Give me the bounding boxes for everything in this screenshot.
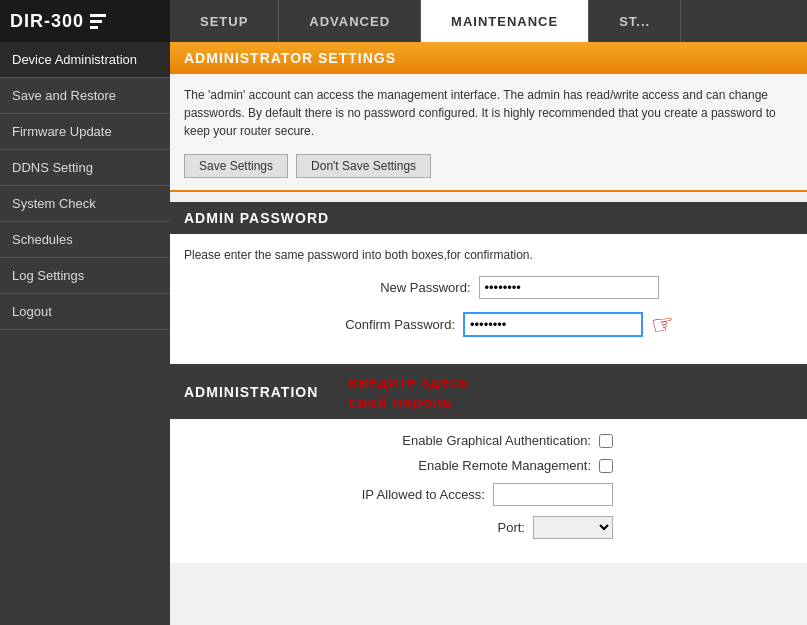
- ip-allowed-label: IP Allowed to Access:: [362, 487, 493, 502]
- new-password-row: New Password:: [184, 276, 793, 299]
- admin-password-desc: Please enter the same password into both…: [184, 248, 793, 262]
- remote-mgmt-row: Enable Remote Management:: [184, 458, 793, 473]
- sidebar-item-system-check[interactable]: System Check: [0, 186, 170, 222]
- admin-settings-desc: The 'admin' account can access the manag…: [184, 86, 793, 140]
- overlay-text: введите здесь свой пароль: [348, 372, 469, 411]
- tab-setup[interactable]: SETUP: [170, 0, 279, 42]
- sidebar-item-log-settings[interactable]: Log Settings: [0, 258, 170, 294]
- port-label: Port:: [498, 520, 533, 535]
- tab-status[interactable]: ST...: [589, 0, 681, 42]
- confirm-password-label: Confirm Password:: [303, 317, 463, 332]
- save-settings-button[interactable]: Save Settings: [184, 154, 288, 178]
- main-layout: Device Administration Save and Restore F…: [0, 42, 807, 625]
- cursor-hand-icon: ☞: [648, 307, 676, 342]
- admin-password-section: Please enter the same password into both…: [170, 234, 807, 364]
- admin-settings-desc-box: The 'admin' account can access the manag…: [170, 74, 807, 192]
- logo-area: DIR-300: [0, 0, 170, 42]
- logo-text: DIR-300: [10, 11, 84, 32]
- logo-bar-2: [90, 20, 102, 23]
- dont-save-settings-button[interactable]: Don't Save Settings: [296, 154, 431, 178]
- logo-icon: [90, 14, 106, 29]
- nav-tabs: SETUP ADVANCED MAINTENANCE ST...: [170, 0, 807, 42]
- confirm-password-row: Confirm Password: ☞: [184, 309, 793, 340]
- administration-wrapper: ADMINISTRATION введите здесь свой пароль…: [170, 364, 807, 563]
- graphical-auth-row: Enable Graphical Authentication:: [184, 433, 793, 448]
- tab-maintenance[interactable]: MAINTENANCE: [421, 0, 589, 42]
- administration-header-bar: ADMINISTRATION введите здесь свой пароль: [170, 364, 807, 419]
- sidebar-item-device-admin[interactable]: Device Administration: [0, 42, 170, 78]
- new-password-label: New Password:: [319, 280, 479, 295]
- top-nav: DIR-300 SETUP ADVANCED MAINTENANCE ST...: [0, 0, 807, 42]
- sidebar-item-logout[interactable]: Logout: [0, 294, 170, 330]
- tab-advanced[interactable]: ADVANCED: [279, 0, 421, 42]
- logo-bar-3: [90, 26, 98, 29]
- remote-mgmt-checkbox[interactable]: [599, 459, 613, 473]
- admin-settings-header: ADMINISTRATOR SETTINGS: [170, 42, 807, 74]
- sidebar: Device Administration Save and Restore F…: [0, 42, 170, 625]
- port-select[interactable]: 80 8080: [533, 516, 613, 539]
- administration-header-text: ADMINISTRATION: [184, 384, 318, 400]
- ip-allowed-row: IP Allowed to Access:: [184, 483, 793, 506]
- content-area: ADMINISTRATOR SETTINGS The 'admin' accou…: [170, 42, 807, 625]
- sidebar-item-ddns[interactable]: DDNS Setting: [0, 150, 170, 186]
- remote-mgmt-label: Enable Remote Management:: [418, 458, 599, 473]
- sidebar-item-save-restore[interactable]: Save and Restore: [0, 78, 170, 114]
- administration-section: Enable Graphical Authentication: Enable …: [170, 419, 807, 563]
- sidebar-item-schedules[interactable]: Schedules: [0, 222, 170, 258]
- ip-allowed-input[interactable]: [493, 483, 613, 506]
- admin-password-header: ADMIN PASSWORD: [170, 202, 807, 234]
- graphical-auth-checkbox[interactable]: [599, 434, 613, 448]
- sidebar-item-firmware-update[interactable]: Firmware Update: [0, 114, 170, 150]
- port-row: Port: 80 8080: [184, 516, 793, 539]
- logo-bar-1: [90, 14, 106, 17]
- new-password-input[interactable]: [479, 276, 659, 299]
- confirm-password-input[interactable]: [463, 312, 643, 337]
- graphical-auth-label: Enable Graphical Authentication:: [402, 433, 599, 448]
- admin-settings-buttons: Save Settings Don't Save Settings: [184, 154, 793, 178]
